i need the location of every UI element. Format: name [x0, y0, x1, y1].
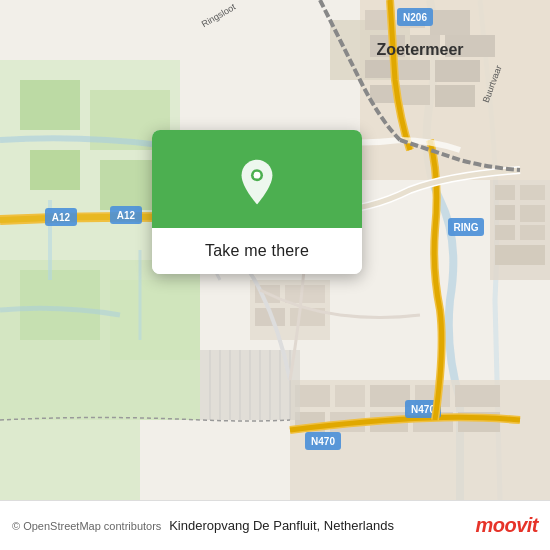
svg-text:A12: A12 — [52, 212, 71, 223]
svg-rect-35 — [370, 385, 410, 407]
take-me-there-button[interactable]: Take me there — [152, 228, 362, 274]
svg-rect-3 — [0, 420, 140, 500]
svg-rect-21 — [370, 85, 395, 103]
popup-icon-area — [152, 130, 362, 228]
svg-rect-18 — [365, 60, 393, 78]
svg-rect-4 — [20, 80, 80, 130]
bottom-bar: © OpenStreetMap contributors Kinderopvan… — [0, 500, 550, 550]
svg-rect-25 — [495, 185, 515, 200]
svg-rect-34 — [335, 385, 365, 407]
svg-rect-22 — [400, 85, 430, 105]
copyright-text: © OpenStreetMap contributors — [12, 520, 165, 532]
svg-text:N470: N470 — [311, 436, 335, 447]
svg-rect-29 — [495, 225, 515, 240]
svg-rect-6 — [30, 150, 80, 190]
popup-card: Take me there — [152, 130, 362, 274]
svg-rect-28 — [520, 205, 545, 222]
svg-rect-30 — [520, 225, 545, 240]
location-name: Kinderopvang De Panfluit, Netherlands — [169, 518, 475, 533]
svg-rect-33 — [295, 385, 330, 407]
svg-point-74 — [254, 172, 261, 179]
svg-text:N470: N470 — [411, 404, 435, 415]
svg-text:Zoetermeer: Zoetermeer — [376, 41, 463, 58]
svg-rect-37 — [455, 385, 500, 407]
moovit-logo: moovit — [475, 514, 538, 537]
svg-rect-14 — [430, 10, 470, 35]
location-pin-icon — [233, 158, 281, 206]
svg-rect-23 — [435, 85, 475, 107]
svg-rect-45 — [285, 285, 325, 303]
svg-rect-8 — [20, 270, 100, 340]
svg-rect-20 — [435, 60, 480, 82]
svg-text:N206: N206 — [403, 12, 427, 23]
svg-rect-27 — [495, 205, 515, 220]
map-container[interactable]: A12 A12 N206 N470 N470 RING — [0, 0, 550, 500]
svg-rect-26 — [520, 185, 545, 200]
svg-rect-31 — [495, 245, 545, 265]
svg-rect-9 — [110, 280, 200, 360]
svg-text:RING: RING — [454, 222, 479, 233]
svg-rect-19 — [398, 60, 430, 80]
svg-text:A12: A12 — [117, 210, 136, 221]
